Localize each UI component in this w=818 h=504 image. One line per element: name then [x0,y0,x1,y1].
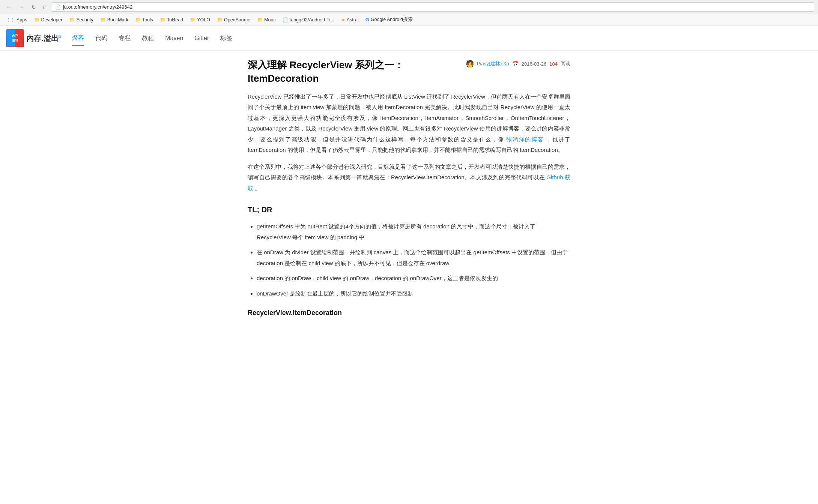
bookmark-apps[interactable]: ⋮⋮ Apps [3,16,30,24]
folder-icon: 📁 [217,17,223,22]
bookmark-tools[interactable]: 📁 Tools [132,16,156,24]
doc-icon: 📄 [283,17,288,22]
browser-chrome: ← → ↻ ⌂ 📄 ju.outofmemory.cn/entry/249642… [0,0,818,26]
site-logo: 内存 溢出 内存.溢出β [6,29,61,47]
list-item: onDrawOver 是绘制在最上层的，所以它的绘制位置并不受限制 [257,288,570,299]
list-item: getItemOffsets 中为 outRect 设置的4个方向的值，将被计算… [257,221,570,243]
article-reads: 104 [549,61,558,67]
article-date: 2016-03-26 [522,61,547,67]
bookmark-google[interactable]: G Google Android搜索 [362,15,416,24]
reads-label: 阅读 [561,60,570,67]
tldr-heading: TL; DR [248,202,570,217]
article-header: 🧑 Piasy(建林) Xu 📅 2016-03-26 104 阅读 深入理解 … [248,58,570,92]
folder-icon: 📁 [34,17,40,22]
folder-icon: 📁 [160,17,165,22]
bookmark-toread-label: ToRead [167,17,183,22]
nav-column[interactable]: 专栏 [119,32,131,45]
nav-code[interactable]: 代码 [95,32,107,45]
bookmark-tools-label: Tools [142,17,153,22]
article-meta: 🧑 Piasy(建林) Xu 📅 2016-03-26 104 阅读 [466,60,570,68]
star-icon: ★ [341,17,345,22]
bookmarks-bar: ⋮⋮ Apps 📁 Developer 📁 Security 📁 BookMar… [0,14,818,26]
nav-bar: ← → ↻ ⌂ 📄 ju.outofmemory.cn/entry/249642 [0,0,818,14]
bookmark-tangqi92[interactable]: 📄 tangqi92/Android-Ti... [280,16,337,24]
nav-tutorial[interactable]: 教程 [142,32,154,45]
nav-tags[interactable]: 标签 [220,32,232,45]
folder-icon: 📁 [135,17,141,22]
author-link[interactable]: Piasy(建林) Xu [477,60,509,67]
zhanghy-link[interactable]: 张鸿洋的博客 [506,136,544,142]
apps-icon: ⋮⋮ [6,17,15,22]
bookmark-apps-label: Apps [17,17,27,22]
home-button[interactable]: ⌂ [41,3,49,11]
logo-box: 内存 溢出 [6,29,24,47]
google-icon: G [365,17,369,22]
bookmark-mooc-label: Mooc [264,17,276,22]
bookmark-security[interactable]: 📁 Security [66,16,96,24]
bookmark-opensource[interactable]: 📁 OpenSource [214,16,253,24]
logo-text: 内存.溢出β [26,33,61,44]
svg-rect-0 [7,30,15,46]
forward-button[interactable]: → [17,3,27,11]
bookmark-astral-label: Astral [347,17,359,22]
svg-rect-1 [15,30,23,46]
list-item: 在 onDraw 为 divider 设置绘制范围，并绘制到 canvas 上，… [257,247,570,268]
bookmark-astral[interactable]: ★ Astral [338,16,362,24]
bookmark-developer-label: Developer [41,17,63,22]
bookmark-yolo[interactable]: 📁 YOLO [187,16,213,24]
url-text: ju.outofmemory.cn/entry/249642 [63,4,132,10]
bookmark-google-label: Google Android搜索 [371,16,413,23]
bookmark-bookmark-label: BookMark [107,17,128,22]
tldr-list: getItemOffsets 中为 outRect 设置的4个方向的值，将被计算… [257,221,570,299]
bookmark-security-label: Security [76,17,93,22]
nav-juke[interactable]: 聚客 [72,31,84,46]
date-icon: 📅 [512,61,519,67]
folder-icon: 📁 [69,17,75,22]
lock-icon: 📄 [55,4,61,10]
list-item: decoration 的 onDraw，child view 的 onDraw，… [257,273,570,284]
nav-gitter[interactable]: Gitter [194,32,209,45]
author-avatar: 🧑 [466,60,474,68]
bookmark-developer[interactable]: 📁 Developer [31,16,66,24]
article-body: RecyclerView 已经推出了一年多了，日常开发中也已经彻底从 ListV… [248,92,570,320]
bookmark-toread[interactable]: 📁 ToRead [157,16,186,24]
intro-paragraph-2: 在这个系列中，我将对上述各个部分进行深入研究，目标就是看了这一系列的文章之后，开… [248,162,570,194]
recyclerview-heading: RecyclerView.ItemDecoration [248,306,570,319]
svg-text:内存: 内存 [12,34,18,38]
bookmark-tangqi92-label: tangqi92/Android-Ti... [290,17,334,22]
bookmark-mooc[interactable]: 📁 Mooc [254,16,279,24]
site-nav: 聚客 代码 专栏 教程 Maven Gitter 标签 [72,31,232,46]
folder-icon: 📁 [257,17,263,22]
address-bar[interactable]: 📄 ju.outofmemory.cn/entry/249642 [51,2,814,12]
svg-text:溢出: 溢出 [12,39,18,42]
nav-maven[interactable]: Maven [165,32,183,45]
bookmark-bookmark[interactable]: 📁 BookMark [97,16,131,24]
bookmark-yolo-label: YOLO [197,17,210,22]
bookmark-opensource-label: OpenSource [224,17,250,22]
intro-paragraph-1: RecyclerView 已经推出了一年多了，日常开发中也已经彻底从 ListV… [248,92,570,156]
back-button[interactable]: ← [4,3,14,11]
folder-icon: 📁 [100,17,106,22]
site-header: 内存 溢出 内存.溢出β 聚客 代码 专栏 教程 Maven Gitter 标签 [0,26,818,51]
reload-button[interactable]: ↻ [29,3,38,11]
article-container: 🧑 Piasy(建林) Xu 📅 2016-03-26 104 阅读 深入理解 … [240,51,578,330]
folder-icon: 📁 [190,17,195,22]
